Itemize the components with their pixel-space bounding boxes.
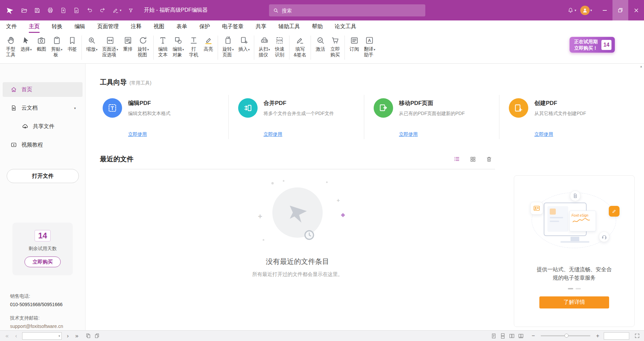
fullscreen-icon[interactable] <box>634 333 640 339</box>
use-now-link[interactable]: 立即使用 <box>264 131 282 137</box>
ribbon-button-clipboard[interactable]: 剪贴 板▾ <box>49 35 65 59</box>
menu-item-protect[interactable]: 保护 <box>199 20 210 33</box>
zoom-in-button[interactable]: + <box>595 333 601 339</box>
menu-item-esign[interactable]: 电子签章 <box>222 20 244 33</box>
carousel-dots[interactable] <box>514 288 634 289</box>
menu-item-file[interactable]: 文件 <box>6 20 17 33</box>
open-file-icon[interactable] <box>21 7 28 14</box>
facing-view-icon[interactable] <box>509 333 515 339</box>
ribbon-button-highlight[interactable]: 高亮 <box>201 35 216 53</box>
book-view-icon[interactable] <box>518 333 524 339</box>
restore-button[interactable] <box>612 0 628 20</box>
chevron-down-icon: ▾ <box>575 8 576 12</box>
learn-more-button[interactable]: 了解详情 <box>539 296 609 308</box>
carousel-dot[interactable] <box>576 288 581 289</box>
ribbon-button-activate[interactable]: 激活 <box>313 35 328 53</box>
use-now-link[interactable]: 立即使用 <box>534 131 553 137</box>
scrollbar-up-arrow[interactable]: ▲ <box>639 65 643 68</box>
sidebar-item-video-tutorials[interactable]: 视频教程 <box>3 137 83 152</box>
ribbon-button-rotate-page[interactable]: 旋转 页面▾ <box>220 35 236 59</box>
undo-icon[interactable] <box>86 7 93 14</box>
ribbon-button-insert[interactable]: 插入▾ <box>236 35 252 53</box>
menu-item-share[interactable]: 共享 <box>256 20 266 33</box>
search-icon <box>273 8 279 13</box>
trial-banner[interactable]: 正在试用期 立即购买！ 14 <box>570 37 615 53</box>
ribbon-button-zoom[interactable]: 缩放▾ <box>84 35 100 53</box>
open-file-button[interactable]: 打开文件 <box>7 169 79 183</box>
prev-view-icon[interactable] <box>86 333 91 339</box>
clear-recent-trash-icon[interactable] <box>486 156 492 163</box>
window-title: 开始 - 福昕高级PDF编辑器 <box>144 7 208 14</box>
first-page-button[interactable]: « <box>4 333 10 339</box>
quick-sign-icon[interactable]: ▾ <box>112 7 121 14</box>
ribbon-button-fill-sign[interactable]: 填写 &签名 <box>291 35 309 59</box>
menu-item-form[interactable]: 表单 <box>176 20 187 33</box>
ribbon-button-scanner[interactable]: 从扫 描仪▾ <box>256 35 272 59</box>
search-input[interactable] <box>282 8 421 13</box>
menu-item-accessibility[interactable]: 辅助工具 <box>278 20 300 33</box>
print-icon[interactable] <box>47 7 54 14</box>
ribbon-button-ocr[interactable]: 快速 识别 <box>272 35 287 59</box>
menu-item-edit[interactable]: 编辑 <box>74 20 85 33</box>
sidebar-item-cloud-docs[interactable]: 云文档 ▾ <box>3 101 83 115</box>
ribbon-button-select[interactable]: 选择▾ <box>18 35 34 53</box>
chevron-down-icon[interactable]: ▾ <box>74 106 76 110</box>
menu-item-help[interactable]: 帮助 <box>312 20 323 33</box>
new-document-icon[interactable] <box>73 7 80 14</box>
menu-item-home[interactable]: 主页 <box>29 20 40 33</box>
ribbon-button-typewriter[interactable]: 打 字机 <box>186 35 201 59</box>
ribbon-button-snapshot[interactable]: 截图 <box>34 35 49 53</box>
search-bar[interactable] <box>269 4 425 16</box>
sidebar-item-shared-files[interactable]: 共享文件 <box>3 119 83 134</box>
menu-item-convert[interactable]: 转换 <box>52 20 62 33</box>
menu-item-page-organize[interactable]: 页面管理 <box>97 20 119 33</box>
prev-page-button[interactable]: ‹ <box>13 333 19 339</box>
last-page-button[interactable]: » <box>74 333 80 339</box>
recent-files-title: 最近的文件 <box>100 155 133 164</box>
menu-item-paper-tools[interactable]: 论文工具 <box>335 20 356 33</box>
ribbon-button-rotate-view[interactable]: 旋转 视图▾ <box>135 35 151 59</box>
sidebar-item-home[interactable]: 首页 <box>3 82 83 97</box>
menu-item-view[interactable]: 视图 <box>154 20 164 33</box>
minimize-button[interactable] <box>597 0 612 20</box>
ribbon-button-subscribe[interactable]: 订阅 <box>347 35 362 53</box>
page-number-box[interactable]: ▾ <box>22 332 62 340</box>
zoom-slider[interactable] <box>541 335 590 336</box>
list-view-icon[interactable] <box>453 156 460 163</box>
tool-card-edit-pdf: 编辑PDF编辑文档和文本格式立即使用 <box>100 95 228 139</box>
continuous-view-icon[interactable] <box>500 333 506 339</box>
save-icon[interactable] <box>34 7 41 14</box>
zoom-level-input[interactable] <box>605 333 628 338</box>
ribbon-button-translate[interactable]: 翻译 助手▾ <box>362 35 378 59</box>
export-pdf-icon[interactable] <box>60 7 67 14</box>
ribbon-button-reflow[interactable]: 重排 <box>120 35 135 53</box>
ribbon-button-bookmark[interactable]: 书签 <box>65 35 79 53</box>
next-page-button[interactable]: › <box>65 333 71 339</box>
use-now-link[interactable]: 立即使用 <box>128 131 147 137</box>
buy-now-button[interactable]: 立即购买 <box>24 257 61 267</box>
zoom-level-box[interactable] <box>604 332 629 340</box>
ribbon-button-cart[interactable]: 立即 购买 <box>328 35 342 59</box>
cloud-document-icon <box>10 105 17 111</box>
redo-icon[interactable] <box>99 7 106 14</box>
zoom-slider-thumb[interactable] <box>565 334 569 338</box>
ribbon-button-hand[interactable]: 手型 工具 <box>3 35 18 59</box>
support-email-link[interactable]: support@foxitsoftware.cn <box>10 324 63 329</box>
sidebar-item-label: 云文档 <box>21 105 70 112</box>
account-avatar[interactable]: ▾ <box>580 6 592 15</box>
grid-view-icon[interactable] <box>470 156 476 163</box>
ribbon-button-fit[interactable]: 页面适 应选项▾ <box>100 35 121 59</box>
notifications-bell-icon[interactable]: ▾ <box>567 7 576 14</box>
close-button[interactable] <box>628 0 644 20</box>
customize-toolbar-icon[interactable] <box>128 7 134 13</box>
zoom-out-button[interactable]: − <box>530 333 536 339</box>
page-number-input[interactable] <box>24 333 58 338</box>
single-page-view-icon[interactable] <box>491 333 497 339</box>
menu-item-comment[interactable]: 注释 <box>131 20 142 33</box>
carousel-dot-active[interactable] <box>568 288 573 289</box>
chevron-down-icon[interactable]: ▾ <box>58 334 60 338</box>
ribbon-button-edit-text[interactable]: 编辑 文本 <box>156 35 170 59</box>
ribbon-button-edit-object[interactable]: 编辑 对象▾ <box>170 35 186 59</box>
next-view-icon[interactable] <box>94 333 100 339</box>
use-now-link[interactable]: 立即使用 <box>399 131 418 137</box>
